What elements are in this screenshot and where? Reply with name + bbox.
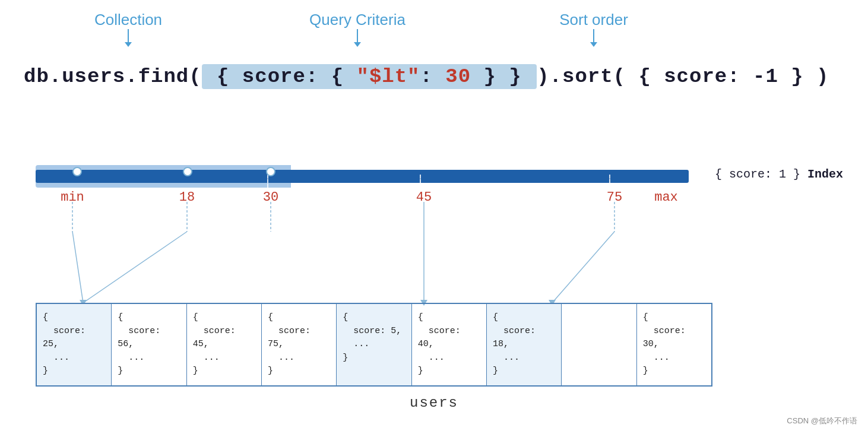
sort-arrow [534, 29, 653, 47]
scale-18: 18 [179, 190, 195, 205]
scale-75: 75 [607, 190, 622, 205]
doc-cell-3: { score: 75, ...} [262, 304, 337, 385]
query-arrow [283, 29, 432, 47]
code-highlight: { score: { "$lt": 30 } } [202, 64, 537, 89]
code-line: db.users.find( { score: { "$lt": 30 } } … [24, 65, 829, 88]
index-label: { score: 1 } Index [715, 167, 843, 181]
svg-line-3 [83, 232, 187, 303]
doc-cell-7 [562, 304, 636, 385]
collection-table: { score: 25, ...} { score: 56, ...} { sc… [36, 303, 712, 387]
tick-30 [267, 175, 268, 188]
collection-name: users [0, 395, 868, 411]
scale-labels: min 18 30 45 75 max [36, 190, 724, 208]
collection-arrow [75, 29, 182, 47]
code-suffix: ).sort( { score: -1 } ) [537, 65, 829, 88]
doc-cell-1: { score: 56, ...} [112, 304, 186, 385]
doc-cell-0: { score: 25, ...} [37, 304, 112, 385]
index-bar-dark [36, 170, 689, 183]
annotation-collection: Collection [75, 11, 182, 47]
svg-line-9 [552, 232, 614, 303]
index-area: { score: 1 } Index min 18 30 45 75 max [36, 165, 724, 208]
doc-cell-6: { score: 18, ...} [487, 304, 562, 385]
scale-30: 30 [263, 190, 278, 205]
annotation-query: Query Criteria [283, 11, 432, 47]
doc-cell-5: { score: 40, ...} [412, 304, 487, 385]
svg-line-2 [72, 232, 83, 303]
tick-45 [420, 175, 421, 188]
doc-cell-8: { score: 30, ...} [637, 304, 711, 385]
circle-18 [183, 167, 192, 176]
main-container: Collection Query Criteria Sort order db.… [0, 0, 868, 437]
code-prefix: db.users.find( [24, 65, 202, 88]
scale-45: 45 [416, 190, 432, 205]
connector-svg [36, 196, 748, 315]
annotation-sort: Sort order [534, 11, 653, 47]
tick-75 [609, 175, 610, 188]
watermark: CSDN @低吟不作语 [787, 416, 857, 426]
circle-min [72, 167, 82, 176]
scale-max: max [654, 190, 678, 205]
scale-min: min [61, 190, 84, 205]
index-bar-container: { score: 1 } Index [36, 165, 724, 188]
doc-cell-4: { score: 5, ...} [337, 304, 411, 385]
doc-cell-2: { score: 45, ...} [187, 304, 262, 385]
circle-30 [266, 167, 275, 176]
